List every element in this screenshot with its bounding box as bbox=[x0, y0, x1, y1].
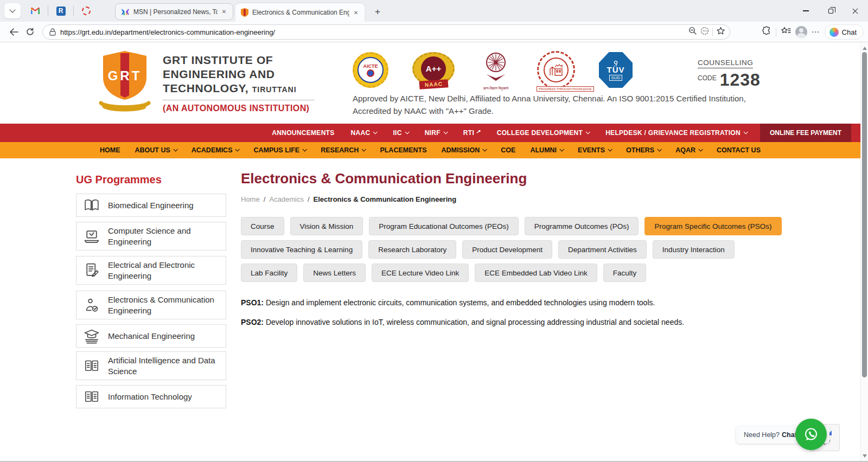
page-title: Electronics & Communication Engineering bbox=[241, 170, 527, 187]
pinned-tab-gmail[interactable] bbox=[26, 7, 44, 15]
tab-msn[interactable]: MSN | Personalized News, Top Hea bbox=[115, 3, 233, 20]
tab-title: Electronics & Communication Engi bbox=[252, 9, 349, 16]
sidebar-item-ai-ds[interactable]: Artificial Intelligence and Data Science bbox=[76, 351, 226, 380]
nav-home[interactable]: HOME bbox=[100, 146, 120, 154]
nav-admission[interactable]: ADMISSION bbox=[442, 146, 487, 154]
extensions-icon[interactable] bbox=[762, 26, 771, 38]
nav-rti[interactable]: RTI bbox=[463, 129, 481, 137]
restore-icon bbox=[828, 9, 833, 14]
lock-icon bbox=[49, 28, 56, 36]
nav-helpdesk-grievance[interactable]: HELPDESK / GRIEVANCE REGISTRATION bbox=[605, 129, 747, 137]
tab-grt-active[interactable]: Electronics & Communication Engi bbox=[235, 3, 365, 22]
settings-menu-icon[interactable] bbox=[812, 27, 820, 37]
nav-campus-life[interactable]: CAMPUS LIFE bbox=[253, 146, 306, 154]
tab-course[interactable]: Course bbox=[241, 217, 284, 235]
tab-title: MSN | Personalized News, Top Hea bbox=[133, 8, 218, 16]
profile-avatar[interactable] bbox=[795, 26, 807, 38]
back-button[interactable] bbox=[5, 24, 22, 40]
tab-department-activities[interactable]: Department Activities bbox=[558, 240, 647, 259]
nav-research[interactable]: RESEARCH bbox=[321, 146, 365, 154]
nav-announcements[interactable]: ANNOUNCEMENTS bbox=[272, 129, 334, 137]
sidebar-item-ece[interactable]: Electronics & Communication Engineering bbox=[76, 291, 226, 319]
nav-iic[interactable]: IIC bbox=[393, 129, 408, 137]
nav-contact-us[interactable]: CONTACT US bbox=[717, 146, 761, 154]
zoom-out-icon[interactable] bbox=[688, 27, 697, 37]
nav-alumni[interactable]: ALUMNI bbox=[530, 146, 563, 154]
nav-events[interactable]: EVENTS bbox=[578, 146, 611, 154]
chevron-down-icon bbox=[9, 7, 15, 12]
msn-butterfly-icon bbox=[121, 8, 130, 16]
nav-others[interactable]: OTHERS bbox=[626, 146, 661, 154]
breadcrumb-academics[interactable]: Academics bbox=[269, 195, 304, 203]
nav-placements[interactable]: PLACEMENTS bbox=[380, 146, 426, 154]
main-nav-bar: HOME ABOUT US ACADEMICS CAMPUS LIFE RESE… bbox=[0, 142, 860, 158]
address-bar[interactable]: https://grt.edu.in/department/electronic… bbox=[42, 24, 730, 40]
whatsapp-chat-button[interactable] bbox=[795, 419, 827, 450]
pinned-tab-r[interactable] bbox=[52, 7, 70, 16]
scroll-down-arrow[interactable] bbox=[863, 454, 867, 458]
pinned-tab-loading[interactable] bbox=[77, 7, 95, 15]
sidebar-item-it[interactable]: Information Technology bbox=[76, 385, 226, 408]
chevron-down-icon bbox=[362, 147, 366, 151]
tab-faculty[interactable]: Faculty bbox=[603, 264, 647, 282]
scrollbar-thumb[interactable] bbox=[862, 52, 867, 377]
tab-peos[interactable]: Program Educational Outcomes (PEOs) bbox=[369, 217, 518, 235]
nav-nirf[interactable]: NIRF bbox=[425, 129, 447, 137]
document-pen-icon bbox=[83, 262, 100, 279]
nav-about-us[interactable]: ABOUT US bbox=[135, 146, 177, 154]
breadcrumb-home[interactable]: Home bbox=[241, 195, 260, 203]
browser-toolbar: https://grt.edu.in/department/electronic… bbox=[0, 22, 868, 42]
tab-industry-interaction[interactable]: Industry Interaction bbox=[653, 240, 735, 259]
grt-logo[interactable]: GRT bbox=[97, 50, 153, 117]
scroll-up-arrow[interactable] bbox=[863, 47, 867, 50]
nav-naac[interactable]: NAAC bbox=[351, 129, 377, 137]
more-options-icon[interactable] bbox=[700, 27, 709, 37]
top-nav-bar: ANNOUNCEMENTS NAAC IIC NIRF RTI COLLEGE … bbox=[0, 124, 860, 142]
nav-aqar[interactable]: AQAR bbox=[675, 146, 702, 154]
favorite-star-icon[interactable] bbox=[716, 27, 725, 37]
open-book-icon bbox=[83, 390, 100, 404]
tab-psos-active[interactable]: Program Specific Outcomes (PSOs) bbox=[644, 217, 781, 235]
tab-ece-lecture-video[interactable]: ECE Lecture Video Link bbox=[372, 264, 469, 282]
pso1-text: PSO1: Design and implement electronic ci… bbox=[241, 298, 655, 307]
tab-pos[interactable]: Programme Outcomes (POs) bbox=[525, 217, 639, 235]
close-window-button[interactable] bbox=[843, 0, 868, 22]
institute-name-line2: ENGINEERING AND bbox=[163, 67, 315, 81]
nav-coe[interactable]: COE bbox=[501, 146, 515, 154]
minimize-button[interactable] bbox=[793, 0, 818, 22]
refresh-button[interactable] bbox=[22, 24, 38, 40]
sidebar-item-biomedical[interactable]: Biomedical Engineering bbox=[76, 194, 226, 217]
tab-vision-mission[interactable]: Vision & Mission bbox=[290, 217, 363, 235]
new-tab-button[interactable] bbox=[371, 5, 384, 18]
tab-news-letters[interactable]: News Letters bbox=[303, 264, 366, 282]
copilot-chat-label: Chat bbox=[842, 28, 857, 36]
restore-button[interactable] bbox=[818, 0, 843, 22]
nav-college-development[interactable]: COLLEGE DEVELOPMENT bbox=[497, 129, 589, 137]
tab-ece-embedded-lab-video[interactable]: ECE Embedded Lab Video Link bbox=[475, 264, 597, 282]
divider bbox=[776, 28, 776, 36]
chevron-down-icon bbox=[698, 147, 703, 151]
favorites-list-icon[interactable] bbox=[781, 27, 791, 37]
tuv-sud-logo: Q TÜV SÜD bbox=[599, 52, 633, 88]
tab-lab-facility[interactable]: Lab Facility bbox=[241, 264, 297, 282]
tab-product-development[interactable]: Product Development bbox=[462, 240, 552, 259]
institute-name: GRT INSTITUTE OF ENGINEERING AND TECHNOL… bbox=[163, 53, 315, 113]
site-header: GRT GRT INSTITUTE OF ENGINEERING AND TEC… bbox=[0, 42, 860, 124]
url-text[interactable]: https://grt.edu.in/department/electronic… bbox=[60, 28, 688, 36]
close-icon[interactable] bbox=[220, 8, 228, 16]
book-icon bbox=[83, 198, 100, 213]
chevron-down-icon bbox=[443, 130, 448, 134]
tab-research-laboratory[interactable]: Research Laboratory bbox=[368, 240, 456, 259]
tab-innovative-teaching[interactable]: Innovative Teaching & Learning bbox=[241, 240, 362, 259]
tab-search-button[interactable] bbox=[4, 3, 21, 18]
chevron-down-icon bbox=[586, 130, 590, 134]
close-icon[interactable] bbox=[352, 8, 360, 17]
vertical-scrollbar[interactable] bbox=[860, 42, 868, 462]
nav-online-fee-payment[interactable]: ONLINE FEE PAYMENT bbox=[760, 124, 851, 142]
sidebar-item-eee[interactable]: Electrical and Electronic Engineering bbox=[76, 256, 226, 285]
copilot-chat-button[interactable]: Chat bbox=[825, 24, 864, 40]
open-book-icon bbox=[83, 359, 100, 373]
sidebar-item-mechanical[interactable]: Mechanical Engineering bbox=[76, 324, 226, 348]
nav-academics[interactable]: ACADEMICS bbox=[192, 146, 239, 154]
sidebar-item-cse[interactable]: Computer Science and Engineering bbox=[76, 222, 226, 251]
